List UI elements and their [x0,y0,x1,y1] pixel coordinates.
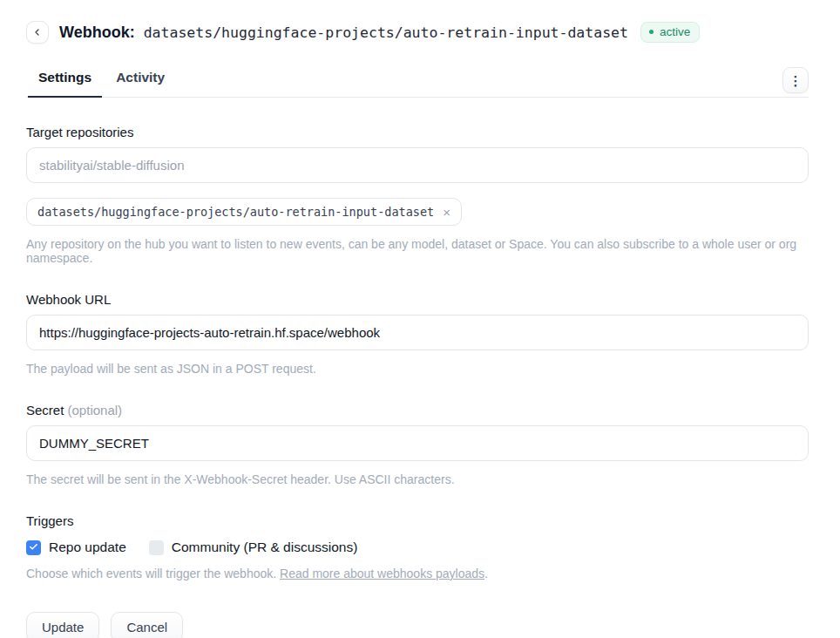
tab-activity[interactable]: Activity [104,64,177,97]
kebab-icon: ⋮ [789,74,803,87]
triggers-help: Choose which events will trigger the web… [26,567,809,580]
triggers-label: Triggers [26,513,809,528]
update-button[interactable]: Update [26,612,99,638]
repo-chip-label: datasets/huggingface-projects/auto-retra… [37,205,434,219]
form-actions: Update Cancel [26,612,809,638]
status-badge-label: active [660,25,690,38]
chevron-left-icon [32,27,43,37]
repo-update-label: Repo update [49,540,126,555]
tab-bar: Settings Activity ⋮ [26,64,809,98]
status-badge: active [640,22,700,43]
community-label: Community (PR & discussions) [172,540,358,555]
selected-repo-chips: datasets/huggingface-projects/auto-retra… [26,198,809,226]
triggers-help-prefix: Choose which events will trigger the web… [26,567,280,580]
status-dot-icon [649,30,654,34]
community-checkbox[interactable] [149,540,164,555]
trigger-repo-update[interactable]: Repo update [26,540,126,555]
webhook-repo-name: datasets/huggingface-projects/auto-retra… [144,24,628,41]
webhooks-payloads-link[interactable]: Read more about webhooks payloads [280,567,484,580]
secret-optional-text: (optional) [68,403,123,417]
webhook-settings-page: Webhook: datasets/huggingface-projects/a… [0,0,840,638]
secret-label-text: Secret [26,403,64,417]
remove-chip-icon[interactable]: × [443,206,450,219]
more-options-button[interactable]: ⋮ [782,67,809,93]
secret-input[interactable] [26,425,809,461]
trigger-community[interactable]: Community (PR & discussions) [149,540,358,555]
tab-settings[interactable]: Settings [26,64,104,97]
page-title: Webhook: [59,24,135,42]
triggers-help-suffix: . [484,567,488,580]
webhook-url-label: Webhook URL [26,292,809,307]
triggers-options: Repo update Community (PR & discussions) [26,540,809,555]
secret-help: The secret will be sent in the X-Webhook… [26,472,809,486]
target-repositories-help: Any repository on the hub you want to li… [26,237,809,265]
secret-label: Secret (optional) [26,403,809,417]
repo-update-checkbox[interactable] [26,540,41,555]
cancel-button[interactable]: Cancel [111,612,183,638]
repo-chip: datasets/huggingface-projects/auto-retra… [26,198,462,226]
webhook-url-help: The payload will be sent as JSON in a PO… [26,362,809,376]
back-button[interactable] [26,21,49,44]
checkmark-icon [29,540,38,555]
header: Webhook: datasets/huggingface-projects/a… [26,21,809,44]
target-repositories-label: Target repositories [26,125,809,139]
webhook-url-input[interactable] [26,315,809,350]
target-repositories-input[interactable] [26,147,809,183]
